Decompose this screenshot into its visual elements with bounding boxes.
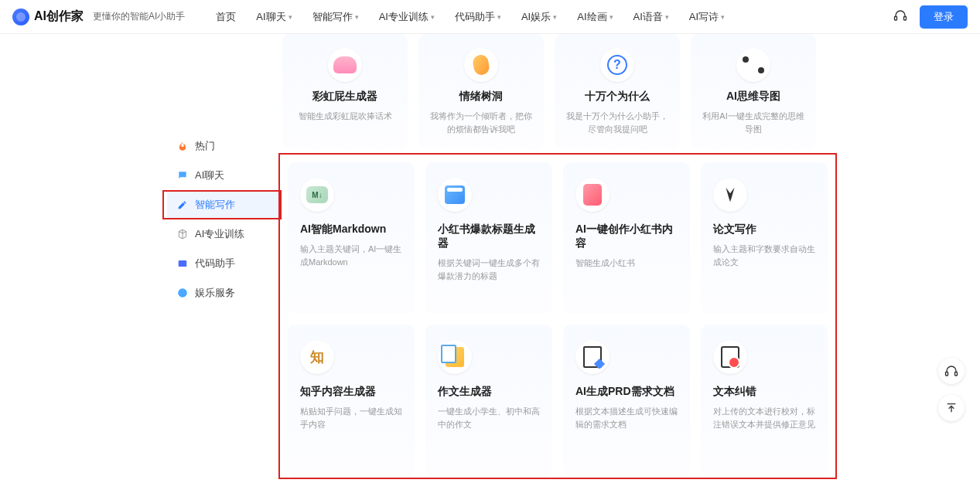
card-title: 文本纠错 <box>713 385 815 399</box>
card-grid-2[interactable]: AI一键创作小红书内容智能生成小红书 <box>563 162 690 314</box>
sidebar-item-chat[interactable]: AI聊天 <box>167 161 282 190</box>
card-grid-1[interactable]: 小红书爆款标题生成器根据关键词一键生成多个有爆款潜力的标题 <box>425 162 552 314</box>
sidebar-item-label: 智能写作 <box>195 198 235 212</box>
card-icon <box>575 340 610 374</box>
card-grid-5[interactable]: 作文生成器一键生成小学生、初中和高中的作文 <box>425 325 552 476</box>
chevron-down-icon: ▾ <box>431 13 435 21</box>
card-desc: 智能生成小红书 <box>575 257 678 270</box>
smile-icon <box>176 287 189 299</box>
card-title: AI一键创作小红书内容 <box>575 223 678 250</box>
card-desc: 根据文本描述生成可快速编辑的需求文档 <box>575 405 678 430</box>
card-icon <box>575 178 610 212</box>
card-icon: ? <box>600 48 634 82</box>
support-icon[interactable] <box>893 9 907 26</box>
card-icon <box>438 340 472 374</box>
card-grid-3[interactable]: 论文写作输入主题和字数要求自动生成论文 <box>701 162 828 314</box>
support-float-button[interactable] <box>938 358 965 384</box>
sidebar-item-label: 热门 <box>195 139 215 153</box>
card-title: AI思维导图 <box>702 90 805 104</box>
card-desc: 输入主题和字数要求自动生成论文 <box>713 243 815 268</box>
card-desc: 智能生成彩虹屁吹捧话术 <box>293 110 397 123</box>
cards-row-top: 彩虹屁生成器智能生成彩虹屁吹捧话术情绪树洞我将作为一个倾听者，把你的烦恼都告诉我… <box>282 34 816 149</box>
svg-rect-2 <box>179 260 187 267</box>
card-title: AI智能Markdown <box>300 223 402 236</box>
chevron-down-icon: ▾ <box>665 13 669 21</box>
tagline: 更懂你的智能AI小助手 <box>93 10 185 23</box>
top-nav: 首页AI聊天▾智能写作▾AI专业训练▾代码助手▾AI娱乐▾AI绘画▾AI语音▾A… <box>216 10 725 24</box>
sidebar-item-fire[interactable]: 热门 <box>167 131 282 161</box>
login-button[interactable]: 登录 <box>920 5 968 29</box>
nav-item-7[interactable]: AI语音▾ <box>633 10 669 24</box>
card-icon <box>464 48 498 82</box>
card-desc: 一键生成小学生、初中和高中的作文 <box>438 405 540 430</box>
svg-rect-0 <box>895 16 897 20</box>
card-title: 彩虹屁生成器 <box>293 90 397 104</box>
svg-rect-4 <box>946 372 948 376</box>
chevron-down-icon: ▾ <box>553 13 557 21</box>
code-icon <box>176 257 189 270</box>
card-title: 论文写作 <box>713 223 815 236</box>
card-icon <box>438 178 472 212</box>
card-icon <box>713 340 747 374</box>
card-top-2[interactable]: ?十万个为什么我是十万个为什么小助手，尽管向我提问吧 <box>555 34 680 149</box>
card-desc: 输入主题关键词，AI一键生成Markdown <box>300 243 402 268</box>
card-title: 情绪树洞 <box>429 90 533 104</box>
card-title: 知乎内容生成器 <box>300 385 402 399</box>
nav-item-1[interactable]: AI聊天▾ <box>256 10 292 24</box>
card-grid-4[interactable]: 知知乎内容生成器粘贴知乎问题，一键生成知乎内容 <box>288 325 415 476</box>
svg-point-3 <box>178 288 187 298</box>
sidebar-item-smile[interactable]: 娱乐服务 <box>167 278 282 308</box>
svg-rect-5 <box>955 372 958 376</box>
nav-item-0[interactable]: 首页 <box>216 10 236 24</box>
edit-icon <box>176 199 189 211</box>
nav-item-5[interactable]: AI娱乐▾ <box>521 10 557 24</box>
sidebar-item-edit[interactable]: 智能写作 <box>167 190 282 219</box>
card-top-3[interactable]: AI思维导图利用AI一键生成完整的思维导图 <box>691 34 816 149</box>
card-desc: 对上传的文本进行校对，标注错误文本并提供修正意见 <box>713 405 815 430</box>
card-title: AI生成PRD需求文档 <box>575 385 678 399</box>
sidebar-item-label: AI聊天 <box>195 168 224 182</box>
chevron-down-icon: ▾ <box>355 13 359 21</box>
nav-item-2[interactable]: 智能写作▾ <box>312 10 359 24</box>
sidebar-item-label: 娱乐服务 <box>195 286 235 300</box>
card-grid-0[interactable]: M↓AI智能Markdown输入主题关键词，AI一键生成Markdown <box>288 162 415 314</box>
card-icon <box>736 48 770 82</box>
logo-icon <box>12 9 29 26</box>
sidebar-item-code[interactable]: 代码助手 <box>167 249 282 278</box>
nav-item-8[interactable]: AI写诗▾ <box>689 10 725 24</box>
chevron-down-icon: ▾ <box>721 13 725 21</box>
card-grid-7[interactable]: 文本纠错对上传的文本进行校对，标注错误文本并提供修正意见 <box>701 325 828 476</box>
header: AI创作家 更懂你的智能AI小助手 首页AI聊天▾智能写作▾AI专业训练▾代码助… <box>0 0 980 34</box>
card-desc: 粘贴知乎问题，一键生成知乎内容 <box>300 405 402 430</box>
card-icon: 知 <box>300 340 334 374</box>
nav-item-4[interactable]: 代码助手▾ <box>455 10 501 24</box>
logo-text: AI创作家 <box>34 9 84 25</box>
card-title: 作文生成器 <box>438 385 540 399</box>
highlight-box-grid: M↓AI智能Markdown输入主题关键词，AI一键生成Markdown小红书爆… <box>278 153 837 479</box>
cards-grid: M↓AI智能Markdown输入主题关键词，AI一键生成Markdown小红书爆… <box>288 162 828 476</box>
sidebar-item-cube[interactable]: AI专业训练 <box>167 219 282 249</box>
svg-rect-1 <box>904 16 907 20</box>
card-top-1[interactable]: 情绪树洞我将作为一个倾听者，把你的烦恼都告诉我吧 <box>418 34 544 149</box>
card-desc: 根据关键词一键生成多个有爆款潜力的标题 <box>438 257 540 282</box>
card-icon <box>713 178 747 212</box>
sidebar: 热门AI聊天智能写作AI专业训练代码助手娱乐服务 <box>167 131 282 308</box>
card-title: 小红书爆款标题生成器 <box>438 223 540 250</box>
sidebar-item-label: 代码助手 <box>195 257 235 270</box>
floating-actions <box>938 358 965 421</box>
logo[interactable]: AI创作家 <box>12 9 84 26</box>
card-grid-6[interactable]: AI生成PRD需求文档根据文本描述生成可快速编辑的需求文档 <box>563 325 690 476</box>
back-to-top-button[interactable] <box>938 395 965 421</box>
card-title: 十万个为什么 <box>565 90 669 104</box>
card-desc: 我将作为一个倾听者，把你的烦恼都告诉我吧 <box>429 110 533 135</box>
chevron-down-icon: ▾ <box>497 13 501 21</box>
card-desc: 利用AI一键生成完整的思维导图 <box>702 110 805 135</box>
nav-item-6[interactable]: AI绘画▾ <box>577 10 613 24</box>
nav-item-3[interactable]: AI专业训练▾ <box>379 10 435 24</box>
card-desc: 我是十万个为什么小助手，尽管向我提问吧 <box>565 110 669 135</box>
card-icon <box>328 48 362 82</box>
card-top-0[interactable]: 彩虹屁生成器智能生成彩虹屁吹捧话术 <box>282 34 408 149</box>
fire-icon <box>176 140 189 152</box>
chevron-down-icon: ▾ <box>610 13 613 21</box>
chevron-down-icon: ▾ <box>289 13 292 21</box>
